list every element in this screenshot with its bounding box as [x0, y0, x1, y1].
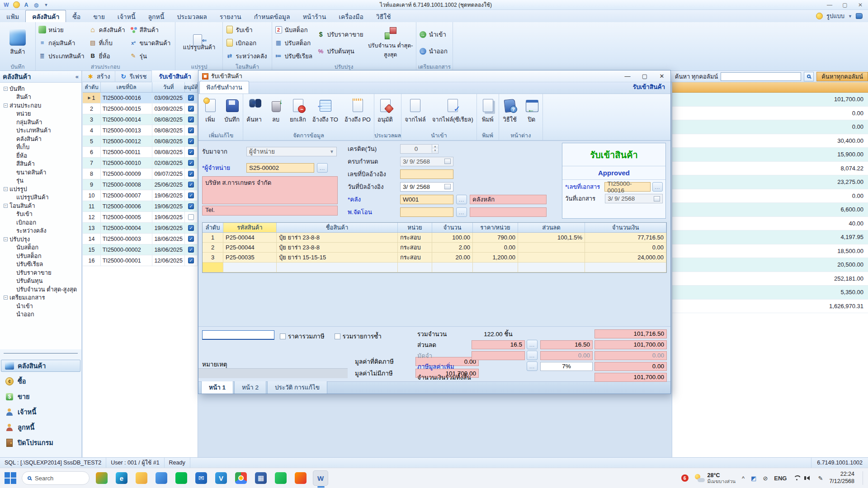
taskbar-app-icon[interactable]: V [213, 470, 229, 486]
ribbon-button[interactable]: สีสินค้า [129, 24, 174, 35]
amount-row[interactable]: 30,400.00 [672, 134, 868, 148]
approved-checkbox[interactable] [188, 225, 194, 231]
approved-checkbox[interactable] [188, 192, 194, 198]
ribbon-button[interactable]: คลังสินค้า [88, 24, 128, 35]
tree-item[interactable]: − นำเข้า [1, 302, 80, 310]
credit-days-stepper[interactable]: 0 ▲▼ [400, 144, 439, 154]
tree-item[interactable]: − ปรับซีเรียล [1, 260, 80, 269]
tree-item[interactable]: − บันทึก [1, 84, 80, 93]
vat-label[interactable]: ภาษีมูลค่าเพิ่ม [415, 361, 525, 371]
qat-customize-icon[interactable]: ▼ [42, 1, 50, 9]
language-indicator[interactable]: ENG [774, 475, 787, 482]
amount-row[interactable]: 4,197.95 [672, 230, 868, 244]
amount-row[interactable]: 20,500.00 [672, 258, 868, 272]
tree-item[interactable]: − คลังสินค้า [1, 135, 80, 143]
due-date-picker[interactable]: 3/ 9/ 2568 [400, 157, 453, 166]
toolbar-button[interactable]: ปิด [521, 94, 542, 131]
ribbon-button[interactable]: ยี่ห้อ [88, 51, 128, 61]
toolbar-button[interactable]: จากไฟล์ [401, 94, 429, 131]
taskbar-app-icon[interactable]: ✉ [193, 470, 209, 486]
discount-input[interactable]: 16.5 [472, 340, 525, 349]
amount-row[interactable]: 0.00 [672, 107, 868, 121]
menu-tab-setup[interactable]: กำหนดข้อมูล [248, 10, 297, 23]
approved-checkbox[interactable] [188, 203, 194, 209]
collapse-chevron-icon[interactable]: « [75, 73, 79, 80]
amount-row[interactable]: 18,500.00 [672, 244, 868, 258]
amount-row[interactable]: 5,350.00 [672, 286, 868, 300]
table-row[interactable]: 8 TI25000-00009 09/07/2025 [83, 169, 198, 179]
amount-row[interactable]: 0.00 [672, 189, 868, 203]
deposit-input[interactable] [472, 351, 525, 360]
notification-badge[interactable]: 6 [681, 474, 689, 482]
nav-item[interactable]: เจ้าหนี้ [1, 406, 80, 418]
nav-item[interactable]: ขาย [1, 390, 80, 403]
dialog-close-button[interactable]: ✕ [653, 71, 670, 82]
menu-tab-tools[interactable]: เครื่องมือ [332, 10, 370, 23]
warehouse-code-input[interactable]: W001 [400, 195, 453, 204]
taskbar-app-icon[interactable] [94, 470, 109, 486]
amount-row[interactable]: 8,074.22 [672, 162, 868, 176]
quick-entry-input[interactable] [202, 330, 274, 340]
supplier-code-input[interactable]: S25-00002 [246, 163, 314, 173]
table-row[interactable]: 9 TI25000-00008 25/06/2025 [83, 179, 198, 190]
help-round-icon[interactable]: ◍ [33, 1, 40, 9]
function-tab[interactable]: ฟังก์ชันทำงาน [199, 81, 249, 94]
tree-item[interactable]: − รุ่น [1, 177, 80, 185]
menu-tab-purchase[interactable]: ซื้อ [66, 10, 87, 23]
tree-expand-icon[interactable]: − [4, 103, 8, 108]
pen-icon[interactable]: ✎ [818, 475, 823, 482]
taskbar-app-icon[interactable] [134, 470, 149, 486]
taskbar-app-icon[interactable]: ▦ [253, 470, 269, 486]
approved-checkbox[interactable] [188, 95, 194, 101]
approved-checkbox[interactable] [188, 160, 194, 166]
nav-item[interactable]: ปิดโปรแกรม [1, 436, 80, 449]
ribbon-button[interactable]: ปรับราคาขาย [316, 29, 366, 40]
minimize-button[interactable]: — [822, 0, 837, 9]
tree-item[interactable]: − รับเข้า [1, 210, 80, 219]
transfer-code-input[interactable] [400, 207, 453, 217]
table-row[interactable]: 14 TI25000-00003 18/06/2025 [83, 234, 198, 244]
table-row[interactable]: 10 TI25000-00007 19/06/2025 [83, 190, 198, 201]
page-tab[interactable]: หน้า 2 [234, 380, 266, 394]
approved-checkbox[interactable] [188, 106, 194, 112]
items-header-qty[interactable]: จำนวน [432, 223, 473, 232]
item-new-row[interactable] [203, 263, 666, 272]
search-input[interactable] [721, 72, 801, 81]
hidden-icons-chevron[interactable]: ^ [742, 475, 745, 482]
amount-row[interactable]: 6,600.00 [672, 203, 868, 217]
items-header-code[interactable]: รหัสสินค้า [223, 223, 277, 232]
tree-item[interactable]: − ที่เก็บ [1, 143, 80, 152]
toolbar-button[interactable]: อนุมัติ [374, 94, 396, 131]
amount-row[interactable]: 1,626,970.31 [672, 300, 868, 314]
vat-rate[interactable]: 7% [540, 362, 593, 371]
approved-checkbox[interactable] [188, 247, 194, 253]
amount-row[interactable]: 15,900.00 [672, 148, 868, 162]
stepper-arrows-icon[interactable]: ▲▼ [432, 145, 438, 153]
supplier-lookup-button[interactable] [317, 163, 328, 173]
table-row[interactable]: 2 TI25000-00015 03/09/2025 [83, 103, 198, 114]
dialog-minimize-button[interactable]: — [619, 71, 636, 82]
table-row[interactable]: 3 TI25000-00014 08/08/2025 [83, 114, 198, 125]
toolbar-button[interactable]: บันทึก [221, 94, 243, 131]
taskbar-app-icon[interactable] [154, 470, 169, 486]
approved-checkbox[interactable] [188, 149, 194, 155]
ribbon-button[interactable]: ปรับซีเรียล [274, 51, 316, 61]
tree-item[interactable]: − ระหว่างคลัง [1, 227, 80, 235]
ribbon-button[interactable]: รับเข้า [225, 24, 269, 35]
deposit-more-button[interactable] [527, 351, 538, 360]
tree-item[interactable]: − นับสต็อก [1, 244, 80, 252]
tree-item[interactable]: − แปรรูป [1, 185, 80, 193]
mute-icon[interactable]: ⊘ [763, 475, 768, 482]
tree-item[interactable]: − นำออก [1, 310, 80, 319]
discount-more-button[interactable] [527, 340, 538, 349]
tree-item[interactable]: − เบิกออก [1, 218, 80, 227]
document-tab-receive-goods[interactable]: รับเข้าสินค้า [152, 70, 199, 82]
page-tab[interactable]: ประวัติ การแก้ไข [267, 380, 327, 394]
dialog-maximize-button[interactable]: ▢ [636, 71, 653, 82]
page-tab[interactable]: หน้า 1 [201, 380, 233, 394]
warehouse-lookup-button[interactable] [456, 195, 467, 204]
menu-tab-sale[interactable]: ขาย [87, 10, 111, 23]
tree-item[interactable]: − ประเภทสินค้า [1, 127, 80, 135]
menu-tab-inventory[interactable]: คลังสินค้า [25, 10, 66, 23]
items-header-price[interactable]: ราคา/หน่วย [473, 223, 518, 232]
